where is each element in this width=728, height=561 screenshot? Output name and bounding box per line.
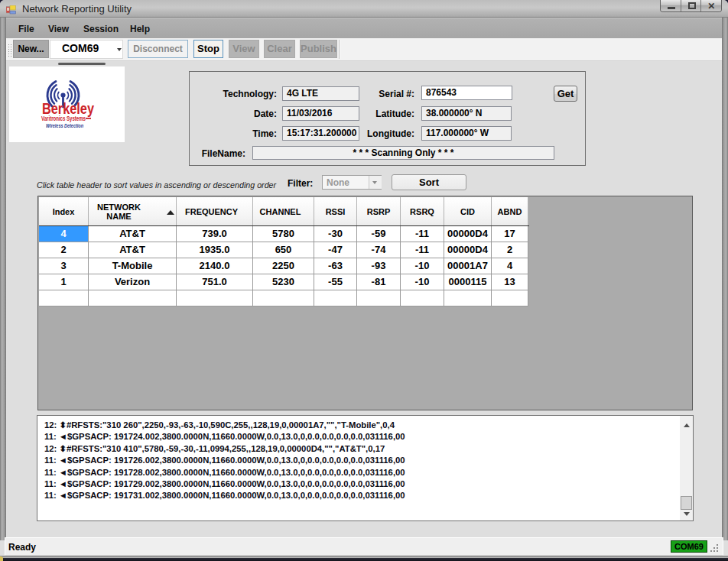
svg-text:Varitronics Systems: Varitronics Systems — [41, 114, 86, 122]
svg-text:Wireless Detection: Wireless Detection — [46, 122, 83, 129]
